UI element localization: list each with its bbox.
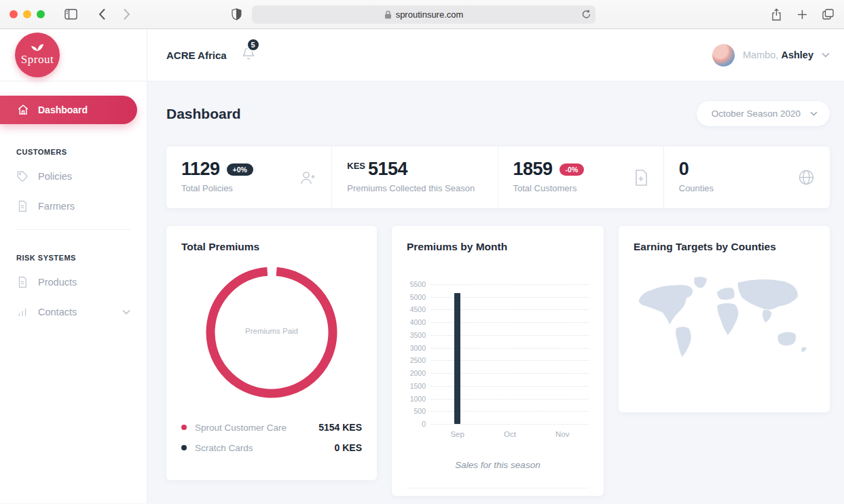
user-menu[interactable]: Mambo, Ashley bbox=[712, 44, 830, 66]
leaf-icon bbox=[31, 43, 44, 52]
address-bar[interactable]: sproutinsure.com bbox=[252, 5, 595, 24]
stat-currency: KES bbox=[347, 161, 365, 171]
y-axis-tick-label: 500 bbox=[414, 407, 426, 415]
stat-change-badge: -0% bbox=[559, 163, 585, 176]
sidebar-divider bbox=[16, 229, 130, 230]
map-africa bbox=[717, 303, 739, 336]
globe-icon bbox=[798, 169, 815, 186]
forward-icon[interactable] bbox=[117, 5, 136, 24]
card-footer-divider bbox=[407, 488, 589, 488]
stat-label: Total Customers bbox=[513, 183, 585, 193]
url-text: sproutinsure.com bbox=[396, 9, 464, 20]
sidebar-item-contacts[interactable]: Contacts bbox=[0, 297, 147, 327]
notifications-button[interactable]: 5 bbox=[242, 46, 255, 64]
minimize-window-button[interactable] bbox=[23, 10, 31, 18]
stat-change-badge: +0% bbox=[227, 163, 253, 176]
chevron-down-icon bbox=[822, 52, 830, 58]
bar-chart-icon bbox=[16, 306, 29, 318]
earning-targets-card: Earning Targets by Counties bbox=[619, 226, 830, 412]
sidebar-item-label: Dashboard bbox=[38, 104, 88, 115]
logo-area: Sprout bbox=[0, 29, 147, 81]
browser-chrome: sproutinsure.com bbox=[0, 0, 844, 29]
card-title: Earning Targets by Counties bbox=[634, 241, 815, 253]
window-controls bbox=[10, 10, 45, 18]
map-north-america bbox=[638, 285, 693, 325]
browser-sidebar-icon[interactable] bbox=[61, 5, 80, 24]
y-axis-tick-label: 3500 bbox=[410, 331, 426, 339]
back-icon[interactable] bbox=[92, 5, 111, 24]
stats-row: 1129 +0% Total Policies KES 5154 bbox=[166, 147, 830, 208]
stat-total-customers: 1859 -0% Total Customers bbox=[498, 147, 664, 208]
map-australia bbox=[777, 332, 796, 346]
stat-counties: 0 Counties bbox=[664, 147, 830, 208]
legend-value: 0 KES bbox=[335, 442, 362, 453]
y-axis-tick-label: 2500 bbox=[410, 356, 426, 364]
chart-caption: Sales for this season bbox=[407, 460, 589, 470]
donut-legend: Sprout Customer Care 5154 KES Scratch Ca… bbox=[181, 417, 362, 458]
lock-icon bbox=[384, 10, 392, 19]
legend-dot bbox=[181, 445, 187, 450]
file-plus-icon bbox=[634, 169, 648, 187]
sidebar-item-farmers[interactable]: Farmers bbox=[0, 191, 147, 221]
legend-row: Sprout Customer Care 5154 KES bbox=[181, 417, 362, 438]
stat-premiums-collected: KES 5154 Premiums Collected this Season bbox=[332, 147, 498, 208]
user-plus-icon bbox=[299, 170, 316, 186]
new-tab-icon[interactable] bbox=[792, 5, 811, 24]
gridline bbox=[431, 284, 589, 285]
privacy-shield-icon[interactable] bbox=[227, 5, 246, 24]
bar-chart-categories: SepOctNov bbox=[431, 430, 589, 438]
bar-chart: 5500500045004000350030002500200015001000… bbox=[407, 284, 589, 424]
gridline bbox=[431, 424, 589, 425]
file-text-icon bbox=[16, 276, 29, 288]
sidebar-section-risk-systems: RISK SYSTEMS bbox=[0, 254, 147, 262]
user-name: Ashley bbox=[781, 50, 813, 60]
sidebar-item-products[interactable]: Products bbox=[0, 267, 147, 297]
sidebar-item-label: Policies bbox=[38, 171, 72, 182]
map-asia bbox=[737, 279, 798, 309]
legend-label: Sprout Customer Care bbox=[195, 423, 310, 433]
chevron-down-icon bbox=[810, 111, 818, 116]
y-axis-tick-label: 5500 bbox=[410, 280, 426, 288]
logo-text: Sprout bbox=[21, 53, 54, 66]
stat-value: 1129 bbox=[181, 159, 220, 180]
topbar: ACRE Africa 5 Mambo, Ashley bbox=[147, 29, 844, 81]
chevron-down-icon bbox=[122, 309, 130, 315]
sprout-logo[interactable]: Sprout bbox=[15, 33, 60, 77]
close-window-button[interactable] bbox=[10, 10, 18, 18]
zoom-window-button[interactable] bbox=[37, 10, 45, 18]
season-selector[interactable]: October Season 2020 bbox=[697, 101, 830, 126]
share-icon[interactable] bbox=[767, 5, 786, 24]
legend-dot bbox=[181, 425, 187, 430]
sidebar-item-dashboard[interactable]: Dashboard bbox=[0, 96, 137, 124]
card-title: Total Premiums bbox=[181, 241, 362, 253]
y-axis-tick-label: 4500 bbox=[410, 305, 426, 313]
stat-label: Premiums Collected this Season bbox=[347, 183, 475, 193]
stat-value: 1859 bbox=[513, 159, 553, 180]
map-south-america bbox=[676, 326, 691, 357]
sidebar-item-policies[interactable]: Policies bbox=[0, 161, 147, 191]
reload-icon[interactable] bbox=[582, 9, 591, 19]
y-axis-tick-label: 3000 bbox=[410, 344, 426, 352]
stat-label: Total Policies bbox=[181, 183, 253, 193]
y-axis-tick-label: 0 bbox=[422, 420, 426, 428]
world-map bbox=[634, 267, 815, 368]
x-axis-category-label: Nov bbox=[536, 430, 589, 438]
y-axis-tick-label: 1000 bbox=[410, 395, 426, 403]
sidebar: Sprout Dashboard CUSTOMERS Policies Farm… bbox=[0, 29, 147, 503]
user-greeting: Mambo, Ashley bbox=[743, 50, 813, 60]
stat-total-policies: 1129 +0% Total Policies bbox=[166, 147, 332, 208]
avatar bbox=[712, 44, 735, 66]
season-selector-value: October Season 2020 bbox=[712, 109, 801, 119]
x-axis-category-label: Oct bbox=[483, 430, 536, 438]
file-text-icon bbox=[16, 200, 29, 212]
y-axis-tick-label: 1500 bbox=[410, 382, 426, 390]
legend-label: Scratch Cards bbox=[195, 443, 327, 453]
sidebar-item-label: Products bbox=[38, 277, 77, 288]
y-axis-tick-label: 4000 bbox=[410, 318, 426, 326]
tab-overview-icon[interactable] bbox=[818, 5, 837, 24]
home-icon bbox=[17, 104, 29, 116]
bar-sep bbox=[454, 293, 460, 424]
bar-chart-ylabels: 5500500045004000350030002500200015001000… bbox=[407, 284, 431, 424]
legend-row: Scratch Cards 0 KES bbox=[181, 438, 362, 458]
x-axis-category-label: Sep bbox=[431, 430, 483, 438]
